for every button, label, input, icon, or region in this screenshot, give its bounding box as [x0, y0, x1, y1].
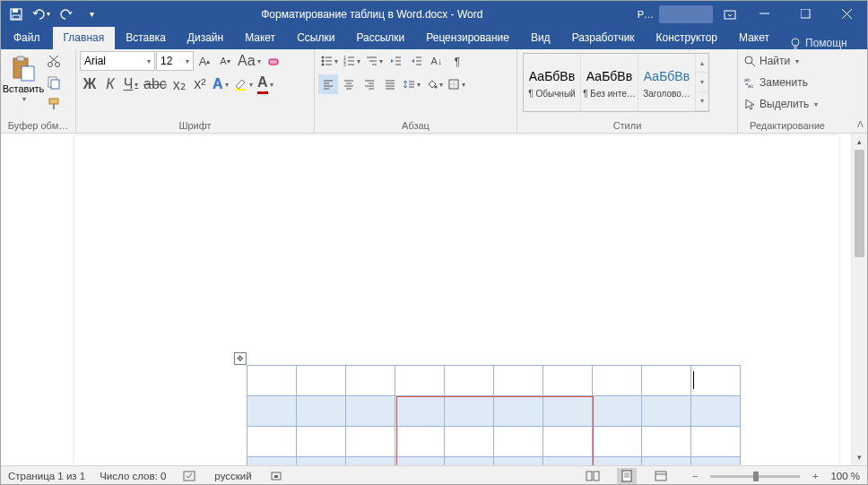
- close-button[interactable]: [826, 1, 867, 27]
- decrease-indent-button[interactable]: [386, 51, 405, 71]
- gallery-more[interactable]: ▾: [696, 92, 708, 111]
- increase-indent-button[interactable]: [406, 51, 426, 71]
- align-center-button[interactable]: [339, 74, 359, 94]
- copy-button[interactable]: [44, 73, 64, 92]
- select-button[interactable]: Выделить▾: [742, 94, 831, 114]
- account-name[interactable]: [659, 5, 713, 23]
- subscript-button[interactable]: x₂: [169, 74, 189, 94]
- svg-rect-13: [17, 56, 24, 61]
- find-button[interactable]: Найти▾: [742, 51, 831, 71]
- vertical-scrollbar[interactable]: ▴ ▾: [851, 134, 867, 465]
- style-normal[interactable]: АаБбВв¶ Обычный: [524, 54, 581, 111]
- scroll-thumb[interactable]: [855, 150, 864, 257]
- multilevel-button[interactable]: ▾: [363, 51, 385, 71]
- web-layout-button[interactable]: [651, 468, 671, 484]
- print-layout-button[interactable]: [617, 468, 637, 484]
- document-page[interactable]: ✥: [1, 134, 851, 465]
- table-row[interactable]: [247, 366, 741, 396]
- account-indicator[interactable]: Р…: [638, 9, 654, 20]
- superscript-button[interactable]: x²: [190, 74, 210, 94]
- change-case-button[interactable]: Aa▾: [236, 51, 263, 71]
- qat-customize[interactable]: ▾: [80, 4, 103, 25]
- tab-design[interactable]: Дизайн: [177, 27, 234, 49]
- font-color-button[interactable]: A▾: [256, 74, 275, 94]
- font-name-combo[interactable]: Arial▾: [80, 51, 155, 71]
- group-label-paragraph: Абзац: [318, 118, 513, 133]
- svg-point-16: [56, 63, 60, 67]
- table-row[interactable]: [247, 396, 741, 427]
- numbering-button[interactable]: 123▾: [341, 51, 362, 71]
- style-heading1[interactable]: АаБбВвЗаголово…: [638, 54, 696, 111]
- font-size-combo[interactable]: 12▾: [156, 51, 194, 71]
- tab-view[interactable]: Вид: [520, 27, 561, 49]
- proofing-icon: [183, 470, 197, 482]
- scroll-up-button[interactable]: ▴: [852, 134, 867, 150]
- align-right-button[interactable]: [360, 74, 379, 94]
- tab-file[interactable]: Файл: [1, 27, 53, 49]
- show-marks-button[interactable]: [447, 51, 467, 71]
- table-row[interactable]: [247, 457, 741, 466]
- undo-button[interactable]: ▾: [30, 4, 53, 25]
- highlight-button[interactable]: ▾: [231, 74, 255, 94]
- style-no-spacing[interactable]: АаБбВв¶ Без инте…: [581, 54, 638, 111]
- tab-references[interactable]: Ссылки: [286, 27, 345, 49]
- borders-button[interactable]: ▾: [446, 74, 467, 94]
- document-table[interactable]: [247, 365, 741, 465]
- cut-button[interactable]: [44, 51, 64, 71]
- redo-button[interactable]: [55, 4, 78, 25]
- ribbon: Вставить ▾ Буфер обм… Arial▾ 12▾ A▴ A▾ A…: [1, 49, 867, 134]
- macro-record-button[interactable]: [266, 468, 286, 484]
- shading-button[interactable]: ▾: [423, 74, 445, 94]
- maximize-button[interactable]: [785, 1, 826, 27]
- ribbon-display-options[interactable]: [720, 5, 740, 23]
- save-button[interactable]: [4, 4, 28, 25]
- bullets-button[interactable]: ▾: [318, 51, 340, 71]
- clear-format-button[interactable]: [264, 51, 283, 71]
- title-bar: ▾ ▾ Форматирование таблиц в Word.docx - …: [1, 1, 867, 27]
- line-spacing-button[interactable]: ▾: [401, 74, 422, 94]
- zoom-slider[interactable]: [710, 475, 800, 478]
- status-page[interactable]: Страница 1 из 1: [8, 471, 85, 481]
- tab-home[interactable]: Главная: [53, 27, 116, 49]
- svg-point-69: [745, 56, 752, 64]
- tab-insert[interactable]: Вставка: [115, 27, 177, 49]
- styles-gallery[interactable]: АаБбВв¶ Обычный АаБбВв¶ Без инте… АаБбВв…: [523, 53, 709, 112]
- tab-layout[interactable]: Макет: [234, 27, 286, 49]
- format-painter-button[interactable]: [44, 94, 64, 114]
- grow-font-button[interactable]: A▴: [195, 51, 214, 71]
- justify-button[interactable]: [380, 74, 400, 94]
- align-left-button[interactable]: [318, 74, 338, 94]
- tab-table-design[interactable]: Конструктор: [646, 27, 728, 49]
- zoom-in-button[interactable]: +: [805, 468, 825, 484]
- shrink-font-button[interactable]: A▾: [215, 51, 235, 71]
- paste-button[interactable]: Вставить ▾: [4, 51, 42, 105]
- zoom-level[interactable]: 100 %: [830, 471, 860, 481]
- strike-button[interactable]: abc: [142, 74, 169, 94]
- tab-review[interactable]: Рецензирование: [415, 27, 520, 49]
- table-move-handle[interactable]: ✥: [234, 352, 247, 365]
- table-row[interactable]: [247, 427, 741, 457]
- underline-button[interactable]: Ч▾: [121, 74, 141, 94]
- replace-button[interactable]: abacЗаменить: [742, 73, 831, 92]
- tab-table-layout[interactable]: Макет: [728, 27, 780, 49]
- status-words[interactable]: Число слов: 0: [100, 471, 166, 481]
- tab-mailings[interactable]: Рассылки: [345, 27, 415, 49]
- svg-rect-75: [274, 475, 278, 478]
- gallery-down[interactable]: ▾: [696, 73, 708, 91]
- spellcheck-button[interactable]: [180, 468, 200, 484]
- tell-me[interactable]: Помощн: [780, 37, 856, 49]
- italic-button[interactable]: К: [100, 74, 120, 94]
- tab-developer[interactable]: Разработчик: [561, 27, 646, 49]
- share-button[interactable]: [856, 37, 868, 49]
- scroll-down-button[interactable]: ▾: [852, 449, 867, 465]
- read-mode-button[interactable]: [583, 468, 603, 484]
- gallery-up[interactable]: ▴: [696, 54, 708, 73]
- status-language[interactable]: русский: [214, 471, 251, 481]
- bold-button[interactable]: Ж: [80, 74, 100, 94]
- zoom-out-button[interactable]: −: [685, 468, 705, 484]
- minimize-button[interactable]: [743, 1, 785, 27]
- text-effects-button[interactable]: A▾: [211, 74, 230, 94]
- sort-button[interactable]: A↓: [427, 51, 447, 71]
- zoom-slider-thumb[interactable]: [753, 472, 759, 481]
- collapse-ribbon-button[interactable]: ᐱ: [857, 119, 864, 129]
